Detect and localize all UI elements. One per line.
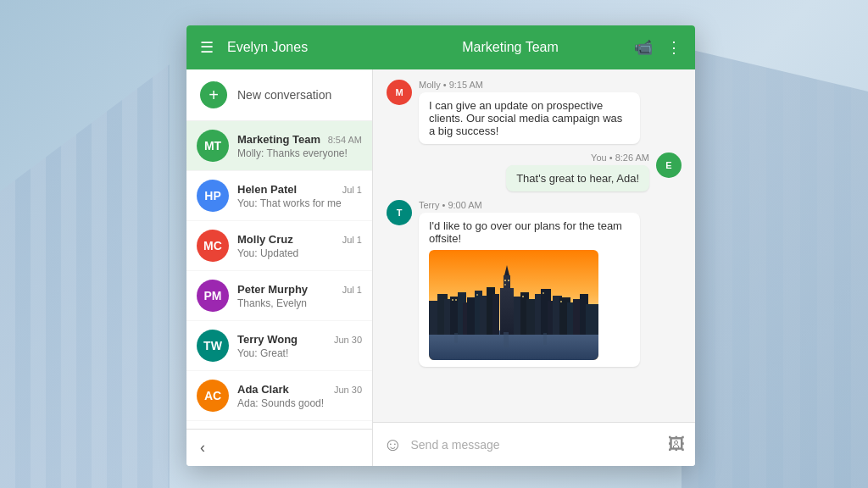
msg-content-1: Molly • 9:15 AM I can give an update on …	[419, 80, 640, 144]
conv-name: Marketing Team	[237, 133, 320, 146]
header-chat-name: Marketing Team	[462, 40, 559, 54]
msg-avatar-terry: T	[387, 200, 412, 225]
msg-sender-time-1: Molly • 9:15 AM	[419, 80, 640, 90]
conv-name: Peter Murphy	[237, 283, 308, 296]
msg-avatar-you: E	[656, 152, 682, 178]
conv-name: Molly Cruz	[237, 233, 293, 246]
header-left: ☰ Evelyn Jones	[200, 38, 387, 57]
sidebar: + New conversation MT Marketing Team 8:5…	[186, 69, 373, 466]
conv-info-molly-cruz: Molly Cruz Jul 1 You: Updated	[237, 233, 362, 259]
conv-preview: Molly: Thanks everyone!	[237, 147, 362, 159]
conv-info-ada-clark: Ada Clark Jun 30 Ada: Sounds good!	[237, 383, 362, 409]
msg-content-3: Terry • 9:00 AM I'd like to go over our …	[419, 200, 640, 367]
msg-bubble-3: I'd like to go over our plans for the te…	[419, 213, 640, 367]
conv-name: Ada Clark	[237, 383, 289, 396]
conv-item-ada-clark[interactable]: AC Ada Clark Jun 30 Ada: Sounds good!	[186, 371, 372, 421]
conv-item-helen-patel[interactable]: HP Helen Patel Jul 1 You: That works for…	[186, 171, 372, 221]
conv-preview: You: Great!	[237, 347, 362, 359]
svg-rect-38	[454, 333, 458, 343]
svg-rect-27	[586, 304, 598, 335]
conv-item-peter-murphy[interactable]: PM Peter Murphy Jul 1 Thanks, Evelyn	[186, 271, 372, 321]
messages-list: M Molly • 9:15 AM I can give an update o…	[373, 69, 695, 422]
conv-avatar-peter-murphy: PM	[197, 280, 229, 312]
conv-time: 8:54 AM	[328, 135, 362, 145]
svg-rect-29	[508, 280, 509, 281]
chat-area: M Molly • 9:15 AM I can give an update o…	[373, 69, 695, 466]
header-user-name: Evelyn Jones	[227, 40, 308, 55]
app-header: ☰ Evelyn Jones Marketing Team 📹 ⋮	[186, 25, 695, 69]
conv-preview: Ada: Sounds good!	[237, 397, 362, 409]
conv-preview: You: That works for me	[237, 197, 362, 209]
conv-item-molly-cruz[interactable]: MC Molly Cruz Jul 1 You: Updated	[186, 221, 372, 271]
message-input[interactable]	[410, 438, 659, 452]
image-attach-button[interactable]: 🖼	[668, 435, 685, 454]
conv-time: Jul 1	[342, 285, 362, 295]
header-right: 📹 ⋮	[634, 38, 682, 57]
svg-rect-30	[504, 284, 506, 286]
svg-rect-31	[452, 299, 453, 301]
conv-item-gary-anderson[interactable]: GA Gary Anderson Jun 30 You: Great!	[186, 421, 372, 429]
svg-rect-37	[504, 332, 509, 347]
menu-icon[interactable]: ☰	[200, 38, 214, 57]
svg-rect-32	[455, 299, 457, 301]
svg-rect-15	[492, 294, 499, 335]
new-conversation-button[interactable]: + New conversation	[186, 69, 372, 121]
conversation-list: MT Marketing Team 8:54 AM Molly: Thanks …	[186, 121, 372, 429]
conv-info-terry-wong: Terry Wong Jun 30 You: Great!	[237, 333, 362, 359]
conv-preview: You: Updated	[237, 247, 362, 259]
nyc-skyline-svg	[429, 250, 598, 360]
more-options-icon[interactable]: ⋮	[666, 38, 682, 57]
conv-info-peter-murphy: Peter Murphy Jul 1 Thanks, Evelyn	[237, 283, 362, 309]
svg-rect-35	[542, 292, 544, 294]
svg-rect-28	[504, 280, 506, 281]
conv-time: Jun 30	[334, 335, 362, 345]
svg-rect-34	[522, 296, 524, 297]
chat-input-bar: ☺ 🖼	[373, 422, 695, 466]
app-body: + New conversation MT Marketing Team 8:5…	[186, 69, 695, 466]
conv-item-terry-wong[interactable]: TW Terry Wong Jun 30 You: Great!	[186, 321, 372, 371]
msg-sender-time-3: Terry • 9:00 AM	[419, 200, 640, 210]
conv-avatar-terry-wong: TW	[197, 330, 229, 362]
svg-rect-33	[476, 294, 478, 296]
conv-name: Helen Patel	[237, 183, 297, 196]
msg-content-2: You • 8:26 AM That's great to hear, Ada!	[506, 152, 649, 191]
conv-avatar-marketing-team: MT	[197, 130, 229, 162]
conv-avatar-ada-clark: AC	[197, 380, 229, 412]
svg-rect-36	[560, 301, 562, 302]
message-row-3: T Terry • 9:00 AM I'd like to go over ou…	[387, 200, 682, 367]
app-window: ☰ Evelyn Jones Marketing Team 📹 ⋮ + New …	[186, 25, 695, 466]
svg-rect-39	[543, 333, 547, 345]
conv-time: Jul 1	[342, 235, 362, 245]
conv-preview: Thanks, Evelyn	[237, 297, 362, 309]
sidebar-back-button[interactable]: ‹	[186, 429, 372, 466]
msg-sender-time-2: You • 8:26 AM	[506, 152, 649, 163]
message-row-1: M Molly • 9:15 AM I can give an update o…	[387, 80, 682, 144]
conv-name: Terry Wong	[237, 333, 298, 346]
conv-info-marketing-team: Marketing Team 8:54 AM Molly: Thanks eve…	[237, 133, 362, 159]
message-row-2: E You • 8:26 AM That's great to hear, Ad…	[387, 152, 682, 191]
msg-bubble-1: I can give an update on prospective clie…	[419, 92, 640, 144]
conv-time: Jul 1	[342, 185, 362, 195]
svg-rect-4	[500, 288, 514, 335]
conv-item-marketing-team[interactable]: MT Marketing Team 8:54 AM Molly: Thanks …	[186, 121, 372, 171]
back-arrow-icon: ‹	[200, 439, 205, 457]
conv-info-helen-patel: Helen Patel Jul 1 You: That works for me	[237, 183, 362, 209]
new-conv-label: New conversation	[237, 88, 331, 102]
conv-avatar-helen-patel: HP	[197, 180, 229, 212]
new-conv-plus-icon: +	[200, 81, 227, 108]
conv-avatar-molly-cruz: MC	[197, 230, 229, 262]
emoji-button[interactable]: ☺	[383, 434, 402, 456]
video-call-icon[interactable]: 📹	[634, 38, 653, 57]
msg-avatar-molly: M	[387, 80, 412, 105]
conv-time: Jun 30	[334, 385, 362, 395]
header-center: Marketing Team	[387, 40, 634, 55]
msg-bubble-2: That's great to hear, Ada!	[506, 165, 649, 191]
msg-image-nyc	[429, 250, 598, 360]
